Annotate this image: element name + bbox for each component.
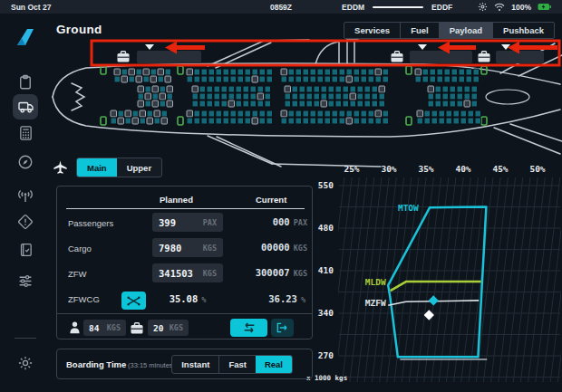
seat[interactable]	[140, 110, 146, 117]
seat[interactable]	[129, 69, 135, 75]
boarding-option-real[interactable]: Real	[256, 356, 292, 373]
seat[interactable]	[468, 110, 474, 117]
seat[interactable]	[237, 118, 244, 124]
seat[interactable]	[167, 93, 173, 100]
seat[interactable]	[132, 110, 139, 117]
seat[interactable]	[288, 69, 295, 75]
seat[interactable]	[221, 86, 228, 92]
sidebar-gear-button[interactable]	[13, 350, 38, 376]
seat[interactable]	[208, 69, 215, 75]
sidebar-item-compass[interactable]	[13, 149, 38, 175]
chevron-down-icon[interactable]	[418, 44, 427, 50]
seat[interactable]	[208, 110, 215, 117]
seat[interactable]	[459, 76, 465, 82]
seat[interactable]	[199, 93, 206, 100]
seat[interactable]	[250, 93, 257, 100]
seat[interactable]	[379, 93, 385, 100]
seat[interactable]	[475, 110, 481, 117]
cargo-weight-input-3[interactable]	[496, 51, 544, 63]
board-swap-button[interactable]	[230, 319, 267, 337]
seat[interactable]	[310, 76, 316, 82]
seat[interactable]	[228, 86, 235, 92]
seat[interactable]	[383, 69, 389, 75]
seat[interactable]	[259, 69, 266, 75]
seat[interactable]	[383, 118, 389, 124]
seat[interactable]	[201, 110, 208, 117]
seat[interactable]	[364, 100, 371, 107]
seat[interactable]	[299, 93, 305, 100]
passengers-planned-input[interactable]: 399 PAX	[152, 213, 223, 232]
seat[interactable]	[303, 76, 309, 82]
seat[interactable]	[437, 76, 443, 82]
seat[interactable]	[167, 86, 173, 92]
seat[interactable]	[265, 86, 271, 92]
seat[interactable]	[296, 69, 302, 75]
seat[interactable]	[457, 93, 463, 100]
seat[interactable]	[453, 110, 460, 117]
seat[interactable]	[192, 100, 199, 107]
seat[interactable]	[379, 86, 385, 92]
seat[interactable]	[361, 76, 367, 82]
seat[interactable]	[125, 110, 131, 117]
seat[interactable]	[285, 86, 291, 92]
seat[interactable]	[368, 69, 374, 75]
seat[interactable]	[317, 76, 324, 82]
seat[interactable]	[346, 76, 353, 82]
seat[interactable]	[383, 76, 389, 82]
seat[interactable]	[437, 69, 443, 75]
seat[interactable]	[364, 93, 371, 100]
tab-services[interactable]: Services	[344, 23, 400, 38]
seat[interactable]	[296, 76, 302, 82]
seat[interactable]	[453, 118, 460, 124]
seat[interactable]	[250, 86, 257, 92]
seat[interactable]	[417, 110, 423, 117]
seat[interactable]	[446, 110, 452, 117]
seat[interactable]	[354, 69, 360, 75]
seat[interactable]	[208, 76, 215, 82]
seat[interactable]	[118, 118, 124, 124]
seat[interactable]	[147, 118, 153, 124]
seat[interactable]	[223, 76, 229, 82]
sidebar-item-radio[interactable]	[13, 182, 38, 207]
seat[interactable]	[167, 100, 173, 107]
seat[interactable]	[451, 76, 458, 82]
seat[interactable]	[450, 93, 456, 100]
per-bag-weight-input[interactable]: 20 KGS	[148, 320, 189, 336]
seat[interactable]	[383, 110, 389, 117]
seat[interactable]	[160, 93, 166, 100]
seat[interactable]	[243, 86, 249, 92]
seat[interactable]	[245, 69, 251, 75]
seat[interactable]	[136, 76, 142, 82]
seat[interactable]	[368, 118, 374, 124]
seat[interactable]	[354, 118, 360, 124]
seat[interactable]	[216, 118, 222, 124]
seat[interactable]	[281, 110, 287, 117]
cargo-weight-input-1[interactable]	[137, 51, 201, 63]
seat[interactable]	[460, 118, 467, 124]
tab-payload[interactable]: Payload	[439, 23, 492, 38]
seat[interactable]	[201, 118, 208, 124]
seat[interactable]	[237, 69, 244, 75]
seat[interactable]	[375, 110, 382, 117]
seat[interactable]	[145, 86, 151, 92]
seat[interactable]	[266, 110, 273, 117]
seat[interactable]	[192, 86, 199, 92]
seat[interactable]	[442, 100, 449, 107]
seat[interactable]	[430, 69, 436, 75]
seat[interactable]	[339, 118, 345, 124]
per-pax-weight-input[interactable]: 84 KGS	[83, 320, 126, 336]
seat[interactable]	[317, 69, 324, 75]
deck-option-upper[interactable]: Upper	[117, 158, 161, 177]
seat[interactable]	[199, 100, 206, 107]
seat[interactable]	[310, 69, 316, 75]
seat[interactable]	[252, 110, 258, 117]
seat[interactable]	[281, 69, 287, 75]
zfwcg-shuffle-button[interactable]	[121, 292, 146, 310]
seat[interactable]	[121, 69, 128, 75]
seat[interactable]	[357, 86, 363, 92]
seat[interactable]	[207, 93, 213, 100]
seat[interactable]	[245, 76, 251, 82]
seat[interactable]	[460, 110, 467, 117]
seat[interactable]	[201, 69, 208, 75]
seat[interactable]	[296, 118, 302, 124]
